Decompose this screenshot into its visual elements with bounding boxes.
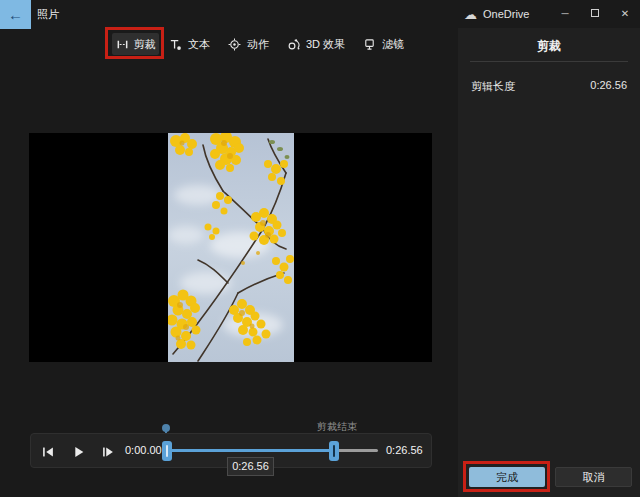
clip-length-label: 剪辑长度 [471, 79, 515, 94]
total-time: 0:26.56 [386, 434, 423, 467]
play-button[interactable] [67, 441, 89, 463]
text-icon [169, 38, 182, 51]
play-icon [70, 444, 86, 460]
next-frame-button[interactable] [97, 441, 119, 463]
toolbar-filters-button[interactable]: 滤镜 [363, 33, 404, 55]
previous-frame-button[interactable] [37, 441, 59, 463]
trim-start-handle[interactable] [162, 441, 172, 461]
maximize-button[interactable] [580, 0, 610, 26]
onedrive-status: ☁ OneDrive [464, 0, 529, 28]
toolbar-3d-effects-button[interactable]: 3D 效果 [287, 33, 345, 55]
toolbar-text-button[interactable]: 文本 [169, 33, 210, 55]
photos-app-window: ← 照片 ☁ OneDrive ─ ✕ 剪裁 文本 [0, 0, 640, 497]
onedrive-label: OneDrive [483, 8, 529, 20]
trim-end-handle[interactable] [329, 441, 339, 461]
playhead-handle[interactable] [162, 424, 170, 432]
previous-frame-icon [40, 444, 56, 460]
motion-label: 动作 [247, 37, 269, 52]
maximize-icon [591, 9, 599, 17]
video-frame [168, 133, 294, 362]
toolbar-trim-button[interactable]: 剪裁 [112, 33, 159, 55]
video-preview-letterbox [29, 133, 432, 362]
trim-label: 剪裁 [134, 37, 156, 52]
time-tooltip: 0:26.56 [227, 457, 274, 476]
clip-length-row: 剪辑长度 0:26.56 [471, 79, 627, 94]
close-icon: ✕ [621, 8, 629, 19]
panel-divider [470, 61, 628, 62]
cloud-icon: ☁ [464, 7, 477, 22]
trim-end-label: 剪裁结束 [317, 420, 357, 434]
cancel-button[interactable]: 取消 [555, 467, 632, 487]
back-icon: ← [8, 6, 23, 23]
motion-icon [228, 38, 241, 51]
filters-label: 滤镜 [382, 37, 404, 52]
next-frame-icon [100, 444, 116, 460]
minimize-button[interactable]: ─ [550, 0, 580, 26]
toolbar-motion-button[interactable]: 动作 [228, 33, 269, 55]
3d-effects-icon [287, 38, 300, 51]
window-controls: ─ ✕ [550, 0, 640, 26]
3d-effects-label: 3D 效果 [306, 37, 345, 52]
panel-title: 剪裁 [458, 38, 640, 55]
close-button[interactable]: ✕ [610, 0, 640, 26]
edit-toolbar: 文本 动作 3D 效果 滤镜 [169, 33, 404, 55]
trim-panel: 剪裁 剪辑长度 0:26.56 完成 取消 [458, 28, 640, 497]
clip-length-value: 0:26.56 [590, 79, 627, 94]
current-time: 0:00.00 [125, 434, 162, 467]
timeline-selected-range[interactable] [167, 449, 334, 452]
trim-icon [116, 38, 129, 51]
filters-icon [363, 38, 376, 51]
minimize-icon: ─ [561, 8, 568, 19]
text-label: 文本 [188, 37, 210, 52]
done-button[interactable]: 完成 [469, 467, 545, 487]
back-button[interactable]: ← [0, 0, 31, 29]
page-title: 照片 [37, 0, 59, 29]
